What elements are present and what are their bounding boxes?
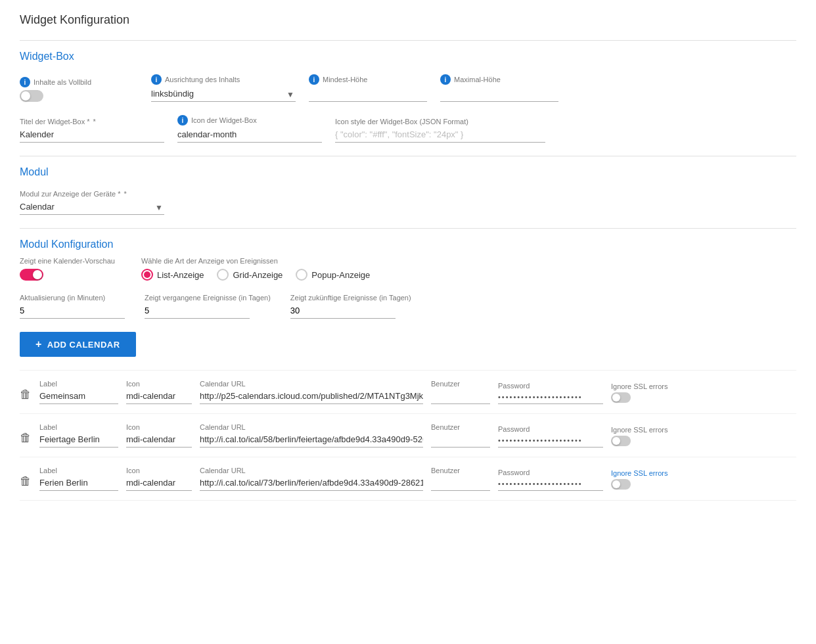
cal3-icon-input[interactable] bbox=[126, 476, 192, 491]
cal1-icon-input[interactable] bbox=[126, 390, 192, 404]
cal1-ssl-thumb bbox=[612, 394, 620, 402]
inhalte-vollbild-info-icon: i bbox=[20, 77, 30, 87]
page-container: Widget Konfiguration Widget-Box i Inhalt… bbox=[0, 0, 816, 514]
modul-divider bbox=[20, 156, 796, 156]
calendar-row-1: 🗑 Label Icon Calendar URL Benutzer Passw… bbox=[20, 370, 796, 414]
modul-select-group: Modul zur Anzeige der Geräte * Calendar … bbox=[20, 190, 164, 215]
cal2-user-input[interactable] bbox=[431, 433, 490, 448]
cal1-pass-header: Password bbox=[498, 382, 603, 390]
cal2-label-input[interactable] bbox=[39, 433, 118, 448]
zukuenftige-group: Zeigt zukünftige Ereignisse (in Tagen) bbox=[290, 294, 411, 319]
aktualisierung-label: Aktualisierung (in Minuten) bbox=[20, 294, 125, 302]
add-calendar-label: ADD CALENDAR bbox=[47, 340, 120, 350]
cal1-pass-dots: •••••••••••••••••••••• bbox=[498, 392, 603, 404]
cal2-pass-dots: •••••••••••••••••••••• bbox=[498, 435, 603, 448]
cal1-user-input[interactable] bbox=[431, 390, 490, 404]
kalender-vorschau-toggle[interactable] bbox=[20, 269, 43, 281]
icon-label: i Icon der Widget-Box bbox=[177, 115, 322, 126]
ausrichtung-label: i Ausrichtung des Inhalts bbox=[151, 74, 296, 85]
inhalte-vollbild-label: i Inhalte als Vollbild bbox=[20, 77, 138, 87]
cal3-url-group: Calendar URL bbox=[200, 467, 423, 491]
mindest-hoehe-info-icon: i bbox=[309, 74, 319, 85]
radio-grid[interactable]: Grid-Anzeige bbox=[217, 269, 283, 281]
kalender-vorschau-label: Zeigt eine Kalender-Vorschau bbox=[20, 257, 115, 265]
cal3-user-header: Benutzer bbox=[431, 467, 490, 474]
cal3-label-header: Label bbox=[39, 467, 118, 474]
cal2-icon-group: Icon bbox=[126, 423, 192, 448]
modul-konfiguration-divider bbox=[20, 228, 796, 229]
aktualisierung-input[interactable] bbox=[20, 304, 125, 319]
cal1-pass-group: Password •••••••••••••••••••••• bbox=[498, 382, 603, 404]
icon-info-icon: i bbox=[177, 115, 188, 126]
inhalte-vollbild-track bbox=[20, 90, 43, 102]
widget-box-section-title: Widget-Box bbox=[20, 51, 796, 62]
delete-calendar-1-icon[interactable]: 🗑 bbox=[20, 388, 32, 404]
maximal-hoehe-group: i Maximal-Höhe bbox=[440, 74, 558, 102]
cal2-user-group: Benutzer bbox=[431, 423, 490, 448]
ausrichtung-group: i Ausrichtung des Inhalts linksbündig ze… bbox=[151, 74, 296, 102]
titel-input[interactable] bbox=[20, 128, 164, 143]
cal3-pass-header: Password bbox=[498, 469, 603, 476]
delete-calendar-2-icon[interactable]: 🗑 bbox=[20, 431, 32, 448]
kalender-vorschau-track bbox=[20, 269, 43, 281]
cal3-ssl-header[interactable]: Ignore SSL errors bbox=[611, 469, 668, 477]
cal1-url-input[interactable] bbox=[200, 390, 423, 404]
add-calendar-button[interactable]: + ADD CALENDAR bbox=[20, 332, 136, 357]
cal2-ssl-header: Ignore SSL errors bbox=[611, 426, 668, 434]
kalender-vorschau-group: Zeigt eine Kalender-Vorschau bbox=[20, 257, 115, 281]
cal3-user-input[interactable] bbox=[431, 476, 490, 491]
cal2-pass-header: Password bbox=[498, 425, 603, 433]
cal3-ssl-group: Ignore SSL errors bbox=[611, 469, 668, 491]
cal3-ssl-track bbox=[611, 479, 631, 490]
radio-list-circle bbox=[141, 269, 153, 281]
cal1-ssl-track bbox=[611, 392, 631, 403]
radio-list-dot bbox=[144, 271, 150, 278]
delete-calendar-3-icon[interactable]: 🗑 bbox=[20, 474, 32, 491]
inhalte-vollbild-thumb bbox=[21, 91, 30, 101]
maximal-hoehe-info-icon: i bbox=[440, 74, 451, 85]
cal2-ssl-track bbox=[611, 436, 631, 446]
radio-popup[interactable]: Popup-Anzeige bbox=[296, 269, 370, 281]
cal1-label-input[interactable] bbox=[39, 390, 118, 404]
inhalte-vollbild-toggle-wrapper[interactable] bbox=[20, 90, 138, 102]
cal2-ssl-thumb bbox=[612, 437, 620, 445]
calendars-container: 🗑 Label Icon Calendar URL Benutzer Passw… bbox=[20, 370, 796, 501]
icon-style-input[interactable] bbox=[335, 128, 545, 143]
kalender-vorschau-toggle-wrapper[interactable] bbox=[20, 269, 115, 281]
cal1-user-header: Benutzer bbox=[431, 380, 490, 388]
cal2-pass-group: Password •••••••••••••••••••••• bbox=[498, 425, 603, 448]
cal3-ssl-toggle[interactable] bbox=[611, 479, 635, 491]
icon-input[interactable] bbox=[177, 128, 322, 143]
cal2-label-header: Label bbox=[39, 423, 118, 431]
cal3-label-input[interactable] bbox=[39, 476, 118, 491]
cal1-ssl-toggle[interactable] bbox=[611, 392, 635, 404]
maximal-hoehe-input[interactable] bbox=[440, 87, 558, 102]
cal2-user-header: Benutzer bbox=[431, 423, 490, 431]
cal2-url-input[interactable] bbox=[200, 433, 423, 448]
cal3-icon-header: Icon bbox=[126, 467, 192, 474]
inhalte-vollbild-toggle[interactable] bbox=[20, 90, 43, 102]
cal2-ssl-toggle[interactable] bbox=[611, 436, 635, 448]
vergangene-input[interactable] bbox=[145, 304, 250, 319]
mindest-hoehe-input[interactable] bbox=[309, 87, 427, 102]
ausrichtung-select[interactable]: linksbündig zentriert rechtsbündig bbox=[151, 87, 296, 102]
cal1-ssl-group: Ignore SSL errors bbox=[611, 382, 668, 404]
cal2-url-group: Calendar URL bbox=[200, 423, 423, 448]
cal1-ssl-header: Ignore SSL errors bbox=[611, 382, 668, 390]
modul-select-label: Modul zur Anzeige der Geräte * bbox=[20, 190, 164, 198]
maximal-hoehe-label: i Maximal-Höhe bbox=[440, 74, 558, 85]
zukuenftige-input[interactable] bbox=[290, 304, 396, 319]
cal2-icon-input[interactable] bbox=[126, 433, 192, 448]
time-fields-row: Aktualisierung (in Minuten) Zeigt vergan… bbox=[20, 294, 796, 319]
zukuenftige-label: Zeigt zukünftige Ereignisse (in Tagen) bbox=[290, 294, 411, 302]
cal1-url-header: Calendar URL bbox=[200, 380, 423, 388]
cal2-ssl-group: Ignore SSL errors bbox=[611, 426, 668, 448]
cal3-url-input[interactable] bbox=[200, 476, 423, 491]
modul-section-title: Modul bbox=[20, 166, 796, 178]
radio-list[interactable]: List-Anzeige bbox=[141, 269, 204, 281]
anzeige-art-radio-group: List-Anzeige Grid-Anzeige Popup-Anzeige bbox=[141, 269, 370, 281]
modul-select[interactable]: Calendar bbox=[20, 200, 164, 215]
cal1-user-group: Benutzer bbox=[431, 380, 490, 404]
cal1-label-header: Label bbox=[39, 380, 118, 388]
cal3-user-group: Benutzer bbox=[431, 467, 490, 491]
